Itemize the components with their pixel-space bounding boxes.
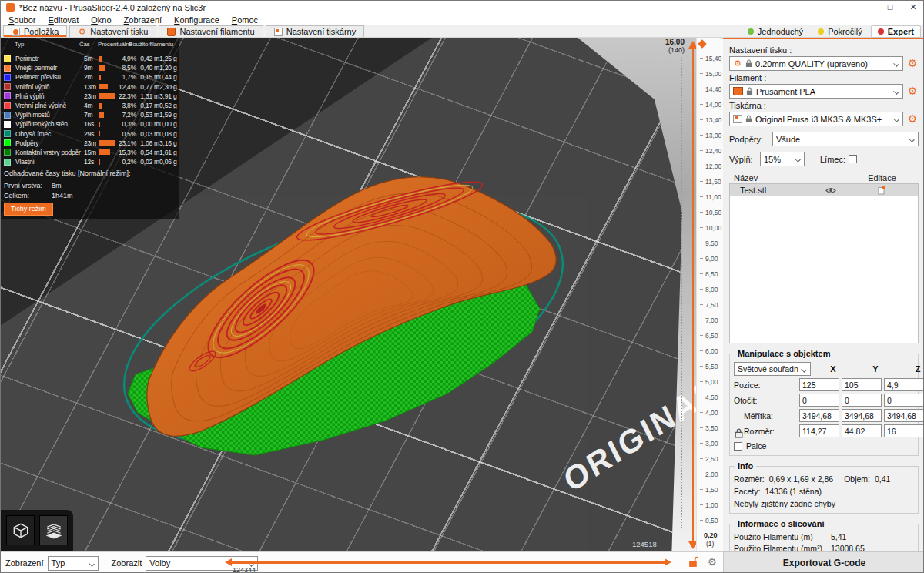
chevron-down-icon — [893, 116, 899, 122]
legend-row[interactable]: Vnější perimetr 9m 8,5% 0,40 m 1,20 g — [4, 63, 176, 72]
object-list[interactable]: Test.stl — [729, 183, 919, 343]
brim-checkbox[interactable] — [849, 155, 857, 163]
print-settings-gear-button[interactable]: ⚙ — [906, 58, 919, 69]
rotate-z-field[interactable]: 0 — [884, 394, 924, 407]
tab-print-settings[interactable]: ⚙ Nastavení tisku — [69, 25, 156, 37]
percent-bar — [99, 93, 115, 99]
scale-z-field[interactable]: 3494,68 — [884, 409, 924, 422]
menu-item[interactable]: Pomoc — [226, 15, 264, 25]
print-settings-label: Nastavení tisku : — [729, 45, 919, 55]
feature-time: 13m — [84, 83, 99, 91]
rotate-x-field[interactable]: 0 — [799, 394, 839, 407]
printer-combo[interactable]: Original Prusa i3 MK3S & MK3S+ — [729, 112, 903, 126]
mode-advanced[interactable]: Pokročilý — [812, 26, 869, 37]
feature-meters: 0,15 m — [136, 73, 159, 81]
layer-height-ruler[interactable]: 15,40 15,00 14,40 14,00 13,40 13,00 12,4… — [696, 38, 723, 551]
maximize-button[interactable]: □ — [879, 1, 902, 14]
move-slider-max-label: 124518 — [632, 540, 657, 548]
filament-gear-button[interactable]: ⚙ — [906, 85, 919, 97]
menu-item[interactable]: Soubor — [2, 15, 42, 25]
editor-view-button[interactable] — [6, 515, 35, 545]
gcode-preview-viewport[interactable]: ORIGINAL — [1, 38, 696, 551]
move-slider-track[interactable] — [232, 561, 665, 564]
export-gcode-button[interactable]: Exportovat G-code — [723, 551, 924, 573]
rotate-y-field[interactable]: 0 — [842, 394, 882, 407]
scale-x-field[interactable]: 3494,68 — [799, 409, 839, 422]
legend-row[interactable]: Vnitřní výplň 13m 12,4% 0,77 m 2,30 g — [4, 82, 176, 92]
legend-row[interactable]: Vlastní 12s 0,2% 0,02 m 0,06 g — [4, 157, 176, 166]
unlock-icon[interactable] — [688, 556, 698, 568]
legend-row[interactable]: Perimetr 5m 4,9% 0,42 m 1,25 g — [4, 54, 176, 63]
layer-marker-icon[interactable] — [698, 39, 706, 48]
move-slider-left-arrow[interactable] — [225, 558, 232, 566]
mode-simple[interactable]: Jednoduchý — [742, 26, 809, 37]
ruler-tick: 4,00 — [700, 409, 723, 416]
view-mode-combo[interactable]: Typ — [48, 556, 99, 571]
slider-settings-gear-icon[interactable]: ⚙ — [708, 556, 717, 568]
size-y-field[interactable]: 44,82 — [842, 424, 882, 437]
object-row[interactable]: Test.stl — [730, 184, 918, 196]
infill-combo[interactable]: 15% — [760, 152, 805, 166]
printer-label: Tiskárna : — [729, 101, 919, 110]
legend-header: Typ Čas Procentuálně Použito filamentu — [4, 41, 176, 50]
supports-combo[interactable]: Všude — [772, 132, 919, 146]
eye-icon[interactable] — [825, 187, 836, 194]
size-z-field[interactable]: 16 — [884, 424, 924, 437]
scale-y-field[interactable]: 3494,68 — [842, 409, 882, 422]
print-settings-combo[interactable]: ⚙ 0.20mm QUALITY (upraveno) — [729, 56, 903, 71]
menu-item[interactable]: Zobrazení — [118, 15, 169, 25]
tab-plater[interactable]: Podložka — [3, 25, 67, 37]
uniform-scale-lock-icon[interactable] — [735, 428, 743, 438]
legend-row[interactable]: Výplň tenkých stěn 16s 0,3% 0,00 m 0,00 … — [4, 119, 176, 129]
menu-item[interactable]: Konfigurace — [168, 15, 226, 25]
position-z-field[interactable]: 4,9 — [884, 378, 924, 391]
feature-name: Obrys/Límec — [13, 130, 84, 138]
legend-row[interactable]: Podpěry 23m 23,1% 1,06 m 3,16 g — [4, 139, 176, 148]
feature-meters: 1,31 m — [136, 92, 159, 100]
mode-expert[interactable]: Expert — [871, 25, 921, 38]
sliced-info-value: 13008,65 — [831, 544, 914, 551]
legend-row[interactable]: Obrys/Límec 29s 0,5% 0,03 m 0,08 g — [4, 129, 176, 139]
estimate-title: Odhadované časy tisku [Normální režim]: — [4, 169, 176, 177]
percent-bar — [99, 75, 101, 80]
legend-row[interactable]: Plná výplň 23m 22,3% 1,31 m 3,91 g — [4, 92, 176, 101]
legend-row[interactable]: Vrchní plné výplně 4m 3,8% 0,17 m 0,52 g — [4, 101, 176, 110]
position-x-field[interactable]: 125 — [799, 378, 839, 391]
feature-name: Vnitřní výplň — [13, 83, 84, 91]
printer-gear-button[interactable]: ⚙ — [906, 113, 919, 125]
layer-tick-marks — [681, 58, 682, 528]
menu-item[interactable]: Okno — [85, 15, 117, 25]
feature-time: 4m — [84, 102, 99, 109]
printer-icon — [733, 115, 742, 123]
menu-item[interactable]: Editovat — [42, 15, 85, 25]
filament-combo[interactable]: Prusament PLA — [729, 84, 903, 99]
stealth-mode-button[interactable]: Tichý režim — [4, 203, 53, 216]
printer-icon — [274, 28, 283, 36]
feature-name: Výplň mostů — [13, 111, 84, 119]
move-slider-right-arrow[interactable] — [665, 558, 671, 566]
feature-name: Výplň tenkých stěn — [13, 120, 84, 128]
preview-view-button[interactable] — [39, 515, 68, 545]
window-controls: – □ ✕ — [855, 1, 924, 14]
inches-checkbox[interactable] — [734, 442, 742, 451]
bottom-toolbar: Zobrazení Typ Zobrazit Volby 124344 ⚙ — [1, 551, 723, 573]
feature-name: Vnější perimetr — [13, 64, 84, 72]
col-time: Čas — [79, 41, 90, 48]
close-button[interactable]: ✕ — [902, 1, 924, 14]
layer-slider-track[interactable] — [692, 49, 694, 541]
legend-row[interactable]: Výplň mostů 7m 7,2% 0,53 m 1,59 g — [4, 110, 176, 119]
minimize-button[interactable]: – — [855, 1, 879, 14]
layer-slider-down-arrow[interactable] — [688, 541, 696, 549]
facets-label: Facety: — [734, 487, 760, 496]
feature-time: 5m — [84, 55, 99, 62]
coordinates-combo[interactable]: Světové souřadnice — [734, 362, 811, 376]
legend-row[interactable]: Perimetr převisu 2m 1,7% 0,15 m 0,44 g — [4, 72, 176, 82]
position-y-field[interactable]: 105 — [842, 378, 882, 391]
legend-row[interactable]: Kontaktní vrstvy podpěr 15m 15,3% 0,54 m… — [4, 148, 176, 157]
tab-filament-settings[interactable]: Nastavení filamentu — [159, 25, 263, 37]
edit-object-icon[interactable] — [877, 186, 886, 195]
size-x-field[interactable]: 114,27 — [799, 424, 839, 437]
feature-grams: 1,25 g — [159, 55, 176, 62]
layer-slider-up-arrow[interactable] — [688, 41, 696, 49]
tab-printer-settings[interactable]: Nastavení tiskárny — [266, 25, 364, 37]
